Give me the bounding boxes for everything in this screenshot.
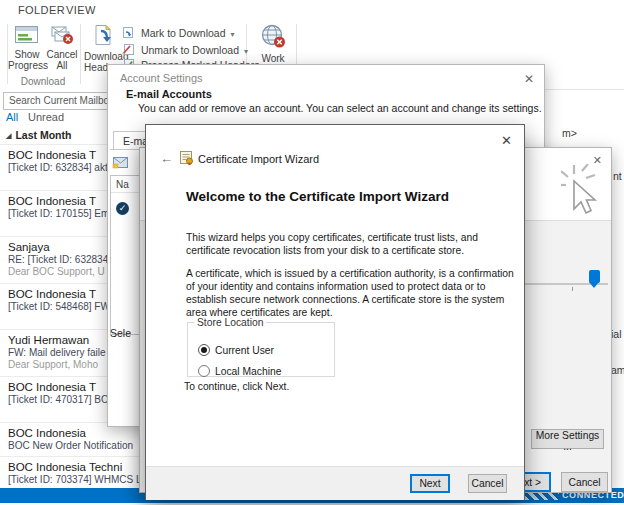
cancel-all-button[interactable]: Cancel All <box>45 24 79 71</box>
wizard-paragraph-1: This wizard helps you copy certificates,… <box>186 231 514 257</box>
date-group-label: Last Month <box>15 129 71 141</box>
download-group-label: Download <box>8 76 78 87</box>
radio-current-user[interactable]: Current User <box>198 344 274 356</box>
mark-to-download-button[interactable]: Mark to Download▾ <box>122 26 235 42</box>
radio-local-machine-label: Local Machine <box>215 366 281 377</box>
default-account-check-icon: ✓ <box>116 202 129 215</box>
date-group-header[interactable]: ◢Last Month <box>6 129 71 141</box>
outlook-window: FOLDER VIEW Show Progress <box>0 0 624 505</box>
wizard-footer: Next Cancel <box>146 466 524 500</box>
mark-to-download-icon <box>122 27 141 39</box>
radio-local-machine[interactable]: Local Machine <box>198 365 281 377</box>
filter-all[interactable]: All <box>6 111 18 123</box>
wizard-heading: Welcome to the Certificate Import Wizard <box>186 189 449 204</box>
unmark-to-download-label: Unmark to Download <box>141 44 239 56</box>
unmark-to-download-icon <box>122 44 141 56</box>
dialog-title: Account Settings <box>120 72 203 84</box>
radio-unselected-icon[interactable] <box>198 365 210 377</box>
work-offline-icon <box>252 24 294 50</box>
show-progress-button[interactable]: Show Progress <box>8 24 46 71</box>
download-headers-icon <box>84 24 122 48</box>
work-offline-label: Work <box>261 53 284 64</box>
email-accounts-heading: E-mail Accounts <box>126 88 212 100</box>
back-arrow-icon[interactable]: ← <box>160 151 173 166</box>
email-sender: BOC Indonesia Techni <box>8 460 140 474</box>
store-location-legend: Store Location <box>194 317 266 328</box>
chevron-down-icon[interactable]: ▾ <box>244 47 248 56</box>
wizard-title: Certificate Import Wizard <box>198 153 319 165</box>
email-accounts-description: You can add or remove an account. You ca… <box>138 102 542 114</box>
tab-view[interactable]: VIEW <box>66 4 96 16</box>
slider-tick <box>572 287 573 291</box>
collapse-triangle-icon: ◢ <box>6 132 11 139</box>
selected-account-label: Sele <box>110 327 131 339</box>
more-settings-button[interactable]: More Settings ... <box>531 429 604 449</box>
email-sender: BOC Indonesia <box>8 426 140 440</box>
mouse-cursor-click-icon <box>561 164 607 226</box>
reading-pane-text-fragment: am <box>611 364 624 376</box>
email-subject: [Ticket ID: 703374] WHMCS L <box>8 474 140 486</box>
mark-to-download-label: Mark to Download <box>141 27 226 39</box>
certificate-import-wizard-dialog: ✕ ← Certificate Import Wizard Welcome to… <box>145 124 525 500</box>
new-account-icon[interactable] <box>112 155 129 173</box>
reading-pane-text-fragment: nt <box>613 170 622 182</box>
chevron-down-icon[interactable]: ▾ <box>231 30 235 39</box>
close-icon[interactable]: ✕ <box>524 72 534 86</box>
close-icon[interactable]: ✕ <box>501 133 512 148</box>
reading-pane-text-fragment: m> <box>562 127 577 139</box>
work-offline-button[interactable]: Work <box>252 24 294 64</box>
offline-mail-slider-thumb[interactable] <box>589 270 600 283</box>
tab-folder[interactable]: FOLDER <box>18 4 65 16</box>
cancel-button[interactable]: Cancel <box>561 472 608 492</box>
unmark-to-download-button[interactable]: Unmark to Download▾ <box>122 43 248 59</box>
wizard-hint: To continue, click Next. <box>184 381 289 392</box>
cancel-button[interactable]: Cancel <box>468 474 507 493</box>
ribbon-separator <box>80 24 81 84</box>
email-subject: BOC New Order Notification <box>8 440 140 452</box>
wizard-paragraph-2: A certificate, which is issued by a cert… <box>186 267 522 319</box>
certificate-icon <box>179 150 194 169</box>
store-location-groupbox: Store Location Current User Local Machin… <box>187 317 335 377</box>
radio-current-user-label: Current User <box>215 345 274 356</box>
filter-unread[interactable]: Unread <box>28 111 64 123</box>
radio-selected-icon[interactable] <box>198 344 210 356</box>
next-button[interactable]: Next <box>410 474 450 493</box>
reading-pane-text-fragment: ial <box>611 328 622 340</box>
show-progress-label: Show Progress <box>8 49 48 71</box>
cancel-all-label: Cancel All <box>46 49 77 71</box>
search-input[interactable]: Search Current Mailbox <box>3 92 120 110</box>
show-progress-icon <box>8 24 46 46</box>
cancel-all-icon <box>45 24 79 46</box>
